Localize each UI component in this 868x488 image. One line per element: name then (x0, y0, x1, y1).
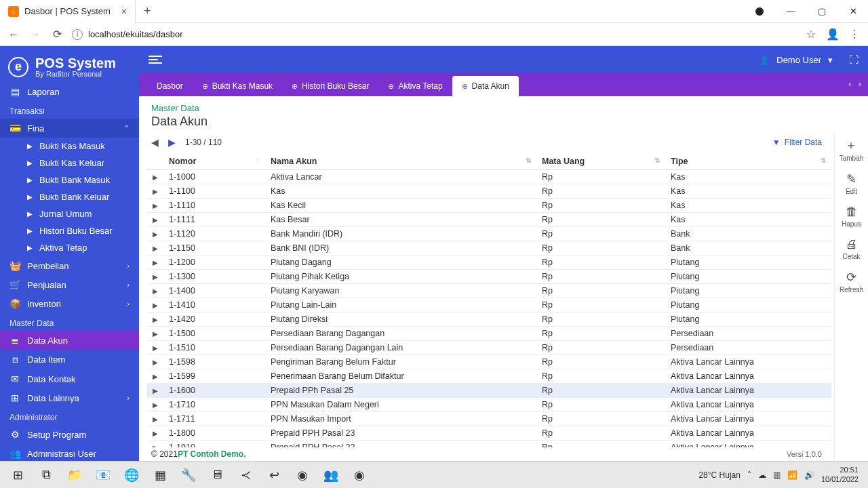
table-row[interactable]: ▶1-1598Pengiriman Barang Belum FakturRpA… (147, 355, 831, 369)
expand-icon[interactable]: ▶ (147, 327, 163, 341)
tab-aktiva-tetap[interactable]: ⊕Aktiva Tetap (378, 76, 452, 96)
edit-button[interactable]: ✎Edit (846, 171, 857, 195)
expand-icon[interactable]: ▶ (147, 270, 163, 284)
expand-icon[interactable]: ▶ (147, 412, 163, 426)
browser-tab[interactable]: ⌂ Dasbor | POS System × (0, 0, 136, 23)
window-close[interactable]: ✕ (838, 0, 868, 23)
table-row[interactable]: ▶1-1110Kas KecilRpKas (147, 199, 831, 213)
app-icon[interactable]: 🔧 (175, 462, 202, 489)
sidebar-sub-item[interactable]: ▶Jurnal Umum (0, 205, 139, 222)
close-icon[interactable]: × (121, 6, 127, 17)
table-row[interactable]: ▶1-1500Persediaan Barang DaganganRpPerse… (147, 327, 831, 341)
tab-scroll-right[interactable]: › (859, 79, 861, 89)
sidebar-sub-item[interactable]: ▶Bukti Kas Masuk (0, 138, 139, 155)
expand-icon[interactable]: ▶ (147, 213, 163, 227)
filter-data-button[interactable]: ▼Filter Data (772, 138, 822, 147)
expand-icon[interactable]: ▶ (147, 284, 163, 298)
window-maximize[interactable]: ▢ (807, 0, 837, 23)
sidebar-item-inventori[interactable]: 📦Inventori› (0, 294, 139, 313)
chrome-icon[interactable]: ◉ (289, 462, 316, 489)
profile-icon[interactable]: 👤 (826, 28, 840, 41)
fullscreen-icon[interactable]: ⛶ (849, 54, 859, 65)
table-row[interactable]: ▶1-1300Piutang Pihak KetigaRpPiutang (147, 270, 831, 284)
sidebar-item-fina[interactable]: 💳 Fina ⌃ (0, 119, 139, 138)
sidebar-item-laporan[interactable]: ▤ Laporan (0, 82, 139, 101)
reload-button[interactable]: ⟳ (50, 28, 64, 41)
bookmark-icon[interactable]: ☆ (804, 28, 818, 41)
column-mata-uang[interactable]: Mata Uang⇅ (536, 153, 665, 170)
sort-icon[interactable]: ⇅ (654, 157, 660, 164)
sidebar-sub-item[interactable]: ▶Bukti Bank Keluar (0, 188, 139, 205)
outlook-icon[interactable]: 📧 (90, 462, 117, 489)
expand-icon[interactable]: ▶ (147, 369, 163, 384)
table-row[interactable]: ▶1-1120Bank Mandiri (IDR)RpBank (147, 227, 831, 241)
sidebar-item-data-item[interactable]: ⧈Data Item (0, 350, 139, 369)
sidebar-item-admin-user[interactable]: 👥Administrasi User (0, 444, 139, 463)
tab-histori-buku-besar[interactable]: ⊕Histori Buku Besar (282, 76, 378, 96)
sidebar-item-data-lainnya[interactable]: ⊞Data Lainnya› (0, 388, 139, 407)
table-row[interactable]: ▶1-1711PPN Masukan ImportRpAktiva Lancar… (147, 412, 831, 426)
app-icon[interactable]: ▦ (146, 462, 174, 489)
print-button[interactable]: 🖨Cetak (842, 237, 860, 260)
table-row[interactable]: ▶1-1910Prepaid PPH Pasal 22RpAktiva Lanc… (147, 441, 831, 448)
delete-button[interactable]: 🗑Hapus (842, 205, 861, 228)
app-icon[interactable]: ↩ (260, 462, 288, 489)
table-row[interactable]: ▶1-1400Piutang KaryawanRpPiutang (147, 284, 831, 298)
column-nama[interactable]: Nama Akun⇅ (265, 153, 536, 170)
refresh-button[interactable]: ⟳Refresh (840, 270, 863, 293)
table-row[interactable]: ▶1-1510Persediaan Barang Dagangan LainRp… (147, 341, 831, 355)
hamburger-icon[interactable] (149, 56, 162, 64)
sidebar-sub-item[interactable]: ▶Bukti Kas Keluar (0, 155, 139, 171)
sidebar-item-pembelian[interactable]: 🧺Pembelian› (0, 256, 139, 275)
expand-icon[interactable]: ▶ (147, 170, 163, 184)
system-clock[interactable]: 20:5110/01/2022 (821, 466, 859, 483)
tab-scroll-left[interactable]: ‹ (848, 79, 851, 89)
tray-chevron[interactable]: ˄ (747, 470, 751, 480)
edge-icon[interactable]: 🌐 (118, 462, 145, 489)
expand-icon[interactable]: ▶ (147, 355, 163, 369)
table-row[interactable]: ▶1-1710PPN Masukan Dalam NegeriRpAktiva … (147, 398, 831, 412)
add-button[interactable]: ＋Tambah (840, 137, 864, 162)
table-row[interactable]: ▶1-1100KasRpKas (147, 184, 831, 199)
table-row[interactable]: ▶1-1000Aktiva LancarRpKas (147, 170, 831, 184)
tab-dasbor[interactable]: Dasbor (147, 76, 193, 96)
expand-icon[interactable]: ▶ (147, 256, 163, 270)
column-nomor[interactable]: Nomor↑ (163, 153, 265, 170)
table-row[interactable]: ▶1-1150Bank BNI (IDR)RpBank (147, 241, 831, 256)
sort-icon[interactable]: ⇅ (526, 157, 531, 164)
table-row[interactable]: ▶1-1600Prepaid PPh Pasal 25RpAktiva Lanc… (147, 384, 831, 398)
teams-icon[interactable]: 👥 (317, 462, 344, 489)
table-row[interactable]: ▶1-1420Piutang DireksiRpPiutang (147, 312, 831, 327)
window-record-icon[interactable] (745, 0, 774, 23)
chrome-icon[interactable]: ◉ (346, 462, 373, 489)
sidebar-sub-item[interactable]: ▶Bukti Bank Masuk (0, 171, 139, 188)
sort-icon[interactable]: ⇅ (821, 157, 826, 164)
expand-icon[interactable]: ▶ (147, 298, 163, 312)
expand-icon[interactable]: ▶ (147, 426, 163, 441)
table-row[interactable]: ▶1-1800Prepaid PPH Pasal 23RpAktiva Lanc… (147, 426, 831, 441)
sidebar-item-data-kontak[interactable]: ✉Data Kontak (0, 369, 139, 388)
expand-icon[interactable]: ▶ (147, 398, 163, 412)
sort-icon[interactable]: ↑ (256, 157, 260, 164)
sidebar-sub-item[interactable]: ▶Aktiva Tetap (0, 239, 139, 256)
tab-bukti-kas-masuk[interactable]: ⊕Bukti Kas Masuk (193, 76, 282, 96)
sidebar-sub-item[interactable]: ▶Histori Buku Besar (0, 222, 139, 239)
expand-icon[interactable]: ▶ (147, 227, 163, 241)
taskview-icon[interactable]: ⧉ (33, 462, 60, 489)
weather-widget[interactable]: 28°C Hujan (698, 470, 741, 480)
page-prev[interactable]: ◀ (151, 137, 159, 148)
explorer-icon[interactable]: 📁 (61, 462, 88, 489)
caret-down-icon[interactable]: ▾ (828, 55, 833, 65)
expand-icon[interactable]: ▶ (147, 341, 163, 355)
sidebar-item-data-akun[interactable]: ≣Data Akun (0, 331, 139, 350)
start-button[interactable]: ⊞ (4, 462, 31, 489)
page-next[interactable]: ▶ (168, 137, 176, 148)
expand-icon[interactable]: ▶ (147, 199, 163, 213)
table-row[interactable]: ▶1-1410Piutang Lain-LainRpPiutang (147, 298, 831, 312)
address-bar[interactable]: i localhost/ekuitas/dasbor (72, 29, 796, 40)
window-minimize[interactable]: — (776, 0, 806, 23)
breadcrumb[interactable]: Master Data (151, 103, 856, 113)
sidebar-item-setup-program[interactable]: ⚙Setup Program (0, 425, 139, 444)
battery-icon[interactable]: ▥ (773, 470, 781, 480)
table-row[interactable]: ▶1-1111Kas BesarRpKas (147, 213, 831, 227)
